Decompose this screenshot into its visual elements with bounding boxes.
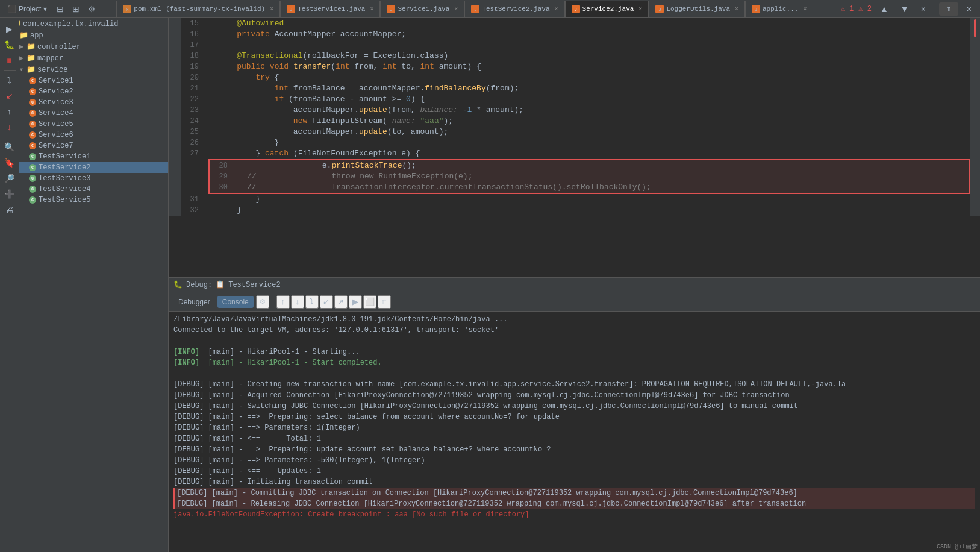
folder-icon-mapper: 📁 bbox=[27, 54, 36, 63]
sidebar-item-root[interactable]: ▾ 📁 com.example.tx.invalid bbox=[0, 18, 168, 30]
down-tb-icon[interactable]: ↓ bbox=[6, 121, 13, 133]
error-count: ⚠ 2 bbox=[858, 4, 872, 13]
settings-icon[interactable]: ⚙ bbox=[84, 3, 99, 15]
console-line-empty2 bbox=[173, 368, 975, 379]
step-over-tb-icon[interactable]: ⤵ bbox=[6, 74, 13, 86]
service3-label: Service3 bbox=[39, 98, 73, 107]
code-editor[interactable]: 15 @Autowired 16 private AccountMapper a… bbox=[169, 18, 980, 277]
tab-lu-close[interactable]: × bbox=[735, 6, 738, 13]
sidebar-item-service4[interactable]: C Service4 bbox=[0, 108, 168, 119]
debug-session-label: 🐛 Debug: 📋 TestService2 bbox=[173, 280, 281, 289]
bookmark-icon[interactable]: 🔖 bbox=[3, 157, 16, 169]
tab-ts1[interactable]: J TestService1.java × bbox=[280, 1, 380, 17]
sidebar-item-testservice3[interactable]: C TestService3 bbox=[0, 173, 168, 184]
chevron-down-icon: ▾ bbox=[43, 5, 47, 13]
print-icon[interactable]: 🖨 bbox=[4, 204, 15, 216]
sidebar-item-service1[interactable]: C Service1 bbox=[0, 75, 168, 86]
code-line-27: 27 } catch (FileNotFoundException e) { bbox=[181, 148, 970, 159]
collapse-icon[interactable]: ▼ bbox=[897, 3, 913, 15]
toolbar-divider2 bbox=[4, 137, 16, 137]
arrow-icon-service: ▾ bbox=[19, 65, 27, 74]
sidebar-item-service3[interactable]: C Service3 bbox=[0, 97, 168, 108]
debug-label-text: Debug: bbox=[186, 281, 212, 289]
sidebar-item-testservice1[interactable]: C TestService1 bbox=[0, 151, 168, 162]
stop-icon[interactable]: ■ bbox=[5, 54, 13, 66]
tab-s1[interactable]: J Service1.java × bbox=[380, 1, 464, 17]
tab-s2[interactable]: J Service2.java × bbox=[565, 1, 649, 17]
tab-app[interactable]: J applic... × bbox=[745, 1, 813, 17]
sidebar-item-testservice5[interactable]: C TestService5 bbox=[0, 195, 168, 205]
step-over-icon[interactable]: ⤵ bbox=[305, 295, 319, 309]
console-tab[interactable]: Console bbox=[217, 296, 254, 308]
service5-label: Service5 bbox=[39, 120, 73, 128]
inspect-icon[interactable]: 🔎 bbox=[3, 172, 16, 184]
sidebar-item-controller[interactable]: ▶ 📁 controller bbox=[0, 41, 168, 52]
settings-debug-icon[interactable]: ⚙ bbox=[256, 295, 269, 309]
sidebar-item-service2[interactable]: C Service2 bbox=[0, 86, 168, 97]
close-m-icon[interactable]: × bbox=[963, 3, 975, 15]
add-watch-icon[interactable]: ➕ bbox=[3, 188, 16, 200]
debug-icon[interactable]: 🐛 bbox=[3, 39, 16, 51]
service6-label: Service6 bbox=[39, 131, 73, 139]
console-line-commit: [DEBUG] [main] - Committing JDBC transac… bbox=[173, 488, 975, 498]
run-icon[interactable]: ▶ bbox=[5, 23, 14, 35]
down-arrow-icon[interactable]: ↓ bbox=[291, 295, 304, 309]
code-line-32: 32 } bbox=[181, 205, 970, 216]
eval-icon[interactable]: ⌗ bbox=[378, 295, 391, 309]
search-tb-icon[interactable]: 🔍 bbox=[3, 141, 16, 153]
tab-pom-close[interactable]: × bbox=[270, 6, 273, 13]
code-line-28: 28 e.printStackTrace(); bbox=[210, 160, 969, 171]
java-circle-s5: C bbox=[29, 121, 36, 128]
right-scrollbar-panel bbox=[970, 18, 980, 216]
tab-bar: ⬛ Project ▾ ⊟ ⊞ ⚙ — x pom.xml (fast-summ… bbox=[0, 0, 980, 18]
project-label: Project bbox=[19, 5, 41, 13]
debugger-tab[interactable]: Debugger bbox=[173, 296, 215, 308]
xml-file-icon: x bbox=[123, 5, 131, 13]
sidebar-item-testservice2[interactable]: C TestService2 bbox=[0, 162, 168, 173]
sidebar-item-service5[interactable]: C Service5 bbox=[0, 119, 168, 130]
tab-ts2-close[interactable]: × bbox=[555, 6, 558, 13]
tab-pom[interactable]: x pom.xml (fast-summary-tx-invalid) × bbox=[116, 1, 280, 17]
sidebar-item-app[interactable]: ▾ 📁 app bbox=[0, 30, 168, 41]
sidebar-item-service7[interactable]: C Service7 bbox=[0, 140, 168, 151]
frame-icon[interactable]: ⬜ bbox=[363, 295, 376, 309]
tab-ts2[interactable]: J TestService2.java × bbox=[464, 1, 564, 17]
project-button[interactable]: ⬛ Project ▾ bbox=[2, 2, 52, 16]
tab-ts1-close[interactable]: × bbox=[370, 6, 373, 13]
sidebar-item-service6[interactable]: C Service6 bbox=[0, 130, 168, 140]
debug-toolbar: Debugger Console ⚙ ↑ ↓ ⤵ ↙ ↗ ▶ ⬜ ⌗ bbox=[169, 292, 980, 312]
code-line-31: 31 } bbox=[181, 194, 970, 205]
sidebar-item-testservice4[interactable]: C TestService4 bbox=[0, 184, 168, 195]
debug-label-bar: 🐛 Debug: 📋 TestService2 bbox=[169, 278, 980, 292]
code-line-29: 29 // throw new RuntimeException(e); bbox=[210, 171, 969, 182]
run-cursor-icon[interactable]: ▶ bbox=[349, 295, 362, 309]
step-out-icon[interactable]: ↗ bbox=[334, 295, 348, 309]
sidebar-item-service[interactable]: ▾ 📁 service bbox=[0, 64, 168, 75]
tab-lu[interactable]: J LoggerUtils.java × bbox=[649, 1, 745, 17]
up-arrow-icon[interactable]: ↑ bbox=[276, 295, 290, 309]
console-line-debug3: [DEBUG] [main] - Switching JDBC Connecti… bbox=[173, 401, 975, 412]
warning-count: ⚠ 1 bbox=[841, 4, 854, 13]
tab-s2-close[interactable]: × bbox=[638, 6, 642, 13]
split-icon[interactable]: ⊞ bbox=[69, 3, 83, 15]
minimize-icon[interactable]: — bbox=[101, 3, 116, 15]
close-icon[interactable]: × bbox=[917, 3, 929, 15]
up-tb-icon[interactable]: ↑ bbox=[6, 105, 13, 118]
java-file-icon-s2: J bbox=[572, 5, 580, 13]
step-into-tb-icon[interactable]: ↙ bbox=[5, 90, 14, 102]
app-label: app bbox=[30, 31, 43, 40]
highlighted-code-block: 28 e.printStackTrace(); 29 // throw new … bbox=[208, 159, 970, 194]
console-output[interactable]: /Library/Java/JavaVirtualMachines/jdk1.8… bbox=[169, 312, 980, 536]
code-content: 15 @Autowired 16 private AccountMapper a… bbox=[169, 18, 980, 216]
step-into-icon[interactable]: ↙ bbox=[320, 295, 333, 309]
expand-icon[interactable]: ▲ bbox=[876, 3, 892, 15]
java-file-icon-ts2: J bbox=[471, 5, 479, 13]
layout-icon[interactable]: ⊟ bbox=[53, 3, 67, 15]
tab-app-close[interactable]: × bbox=[803, 6, 807, 13]
tab-s1-label: Service1.java bbox=[398, 5, 449, 13]
java-circle-s4: C bbox=[29, 110, 36, 117]
sidebar-item-mapper[interactable]: ▶ 📁 mapper bbox=[0, 52, 168, 64]
console-line-debug10: [DEBUG] [main] - Initiating transaction … bbox=[173, 477, 975, 488]
tab-s1-close[interactable]: × bbox=[454, 6, 458, 13]
console-line-debug2: [DEBUG] [main] - Acquired Connection [Hi… bbox=[173, 390, 975, 401]
